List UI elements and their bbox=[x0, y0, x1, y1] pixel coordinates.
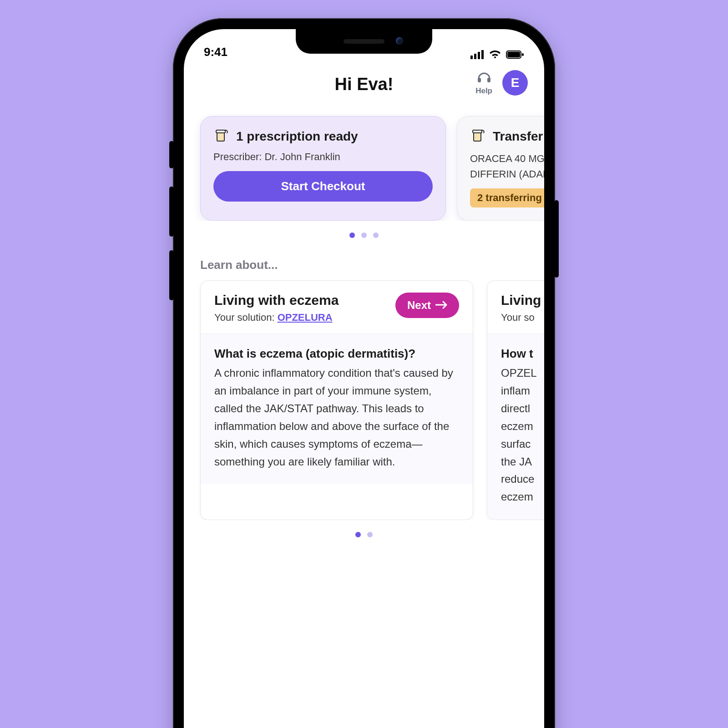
carousel-dot[interactable] bbox=[349, 233, 355, 238]
svg-rect-7 bbox=[478, 78, 481, 82]
learn-question: What is eczema (atopic dermatitis)? bbox=[214, 347, 459, 361]
next-label: Next bbox=[407, 299, 431, 312]
prescription-icon bbox=[213, 127, 230, 146]
learn-card[interactable]: Living Your so How t OPZEL inflam direct… bbox=[487, 280, 544, 520]
learn-solution-prefix: Your solution: bbox=[214, 312, 278, 323]
rx-card-transfer[interactable]: Transfer ORACEA 40 MG DIFFERIN (ADAP 2 t… bbox=[457, 116, 544, 221]
help-button[interactable]: Help bbox=[475, 71, 492, 96]
arrow-right-icon bbox=[435, 299, 447, 312]
wifi-icon bbox=[489, 50, 501, 59]
carousel-dot[interactable] bbox=[361, 233, 367, 238]
rx-carousel-dots bbox=[184, 221, 544, 243]
rx-card-ready[interactable]: 1 prescription ready Prescriber: Dr. Joh… bbox=[200, 116, 446, 221]
learn-solution-prefix: Your so bbox=[501, 312, 535, 323]
rx-carousel[interactable]: 1 prescription ready Prescriber: Dr. Joh… bbox=[184, 102, 544, 221]
avatar[interactable]: E bbox=[502, 70, 528, 96]
svg-rect-6 bbox=[522, 53, 524, 56]
learn-carousel-dots bbox=[184, 520, 544, 542]
learn-card-solution: Your so bbox=[501, 312, 541, 324]
learn-answer: OPZEL inflam directl eczem surfac the JA… bbox=[501, 364, 544, 506]
learn-solution-link[interactable]: OPZELURA bbox=[278, 312, 333, 323]
phone-notch bbox=[296, 29, 432, 54]
rx-line: ORACEA 40 MG bbox=[470, 151, 544, 167]
learn-question: How t bbox=[501, 347, 544, 361]
svg-rect-10 bbox=[216, 130, 225, 133]
carousel-dot[interactable] bbox=[373, 233, 379, 238]
phone-side-button bbox=[169, 141, 174, 168]
phone-side-button bbox=[169, 187, 174, 237]
avatar-initial: E bbox=[511, 76, 520, 90]
svg-rect-3 bbox=[481, 50, 484, 59]
phone-side-button bbox=[169, 250, 174, 300]
learn-section-label: Learn about... bbox=[184, 243, 544, 280]
learn-card-solution: Your solution: OPZELURA bbox=[214, 312, 339, 324]
svg-rect-2 bbox=[478, 52, 480, 59]
rx-card-lines: ORACEA 40 MG DIFFERIN (ADAP bbox=[470, 151, 544, 182]
learn-card-title: Living with eczema bbox=[214, 293, 339, 308]
svg-rect-8 bbox=[487, 78, 490, 82]
learn-next-button[interactable]: Next bbox=[395, 293, 459, 318]
svg-rect-5 bbox=[507, 52, 520, 57]
help-icon bbox=[477, 71, 491, 86]
carousel-dot[interactable] bbox=[355, 532, 361, 537]
carousel-dot[interactable] bbox=[367, 532, 373, 537]
svg-rect-0 bbox=[470, 56, 473, 59]
phone-screen: 9:41 Hi Eva! bbox=[184, 29, 544, 728]
phone-side-button bbox=[554, 200, 559, 278]
prescription-icon bbox=[470, 127, 486, 146]
learn-answer: A chronic inflammatory condition that's … bbox=[214, 364, 459, 470]
learn-card-title: Living bbox=[501, 293, 541, 308]
greeting-text: Hi Eva! bbox=[335, 75, 394, 94]
rx-card-subtitle: Prescriber: Dr. John Franklin bbox=[213, 151, 433, 163]
cellular-icon bbox=[470, 50, 484, 59]
rx-card-title: Transfer bbox=[493, 129, 543, 144]
start-checkout-button[interactable]: Start Checkout bbox=[213, 171, 433, 202]
help-label: Help bbox=[475, 86, 492, 96]
transfer-badge: 2 transferring bbox=[470, 188, 544, 207]
status-time: 9:41 bbox=[204, 45, 228, 59]
rx-line: DIFFERIN (ADAP bbox=[470, 167, 544, 182]
rx-card-title: 1 prescription ready bbox=[236, 129, 358, 144]
svg-rect-1 bbox=[474, 54, 476, 59]
battery-icon bbox=[506, 50, 524, 59]
app-header: Hi Eva! Help E bbox=[184, 62, 544, 102]
learn-carousel[interactable]: Living with eczema Your solution: OPZELU… bbox=[184, 280, 544, 520]
svg-rect-12 bbox=[473, 130, 482, 133]
learn-card[interactable]: Living with eczema Your solution: OPZELU… bbox=[200, 280, 473, 520]
phone-frame: 9:41 Hi Eva! bbox=[173, 18, 555, 728]
